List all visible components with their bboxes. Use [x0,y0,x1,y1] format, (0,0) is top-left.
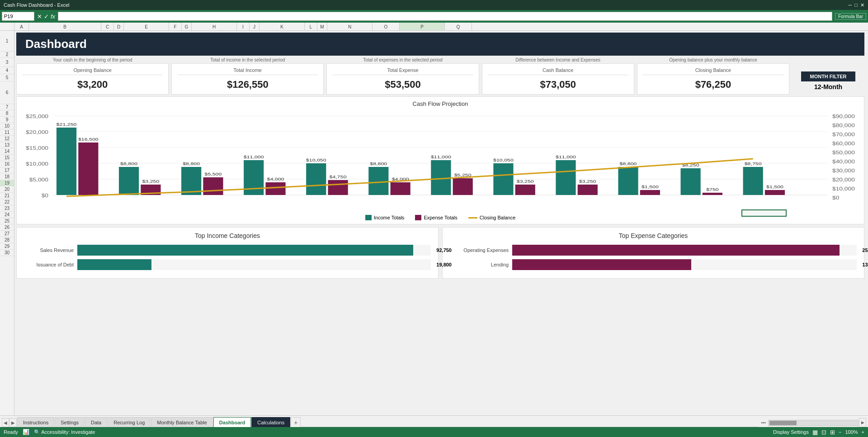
svg-rect-66 [743,167,763,195]
tab-data[interactable]: Data [85,417,107,427]
col-Q[interactable]: Q [445,23,472,31]
row-28[interactable]: 28 [0,237,14,243]
col-J[interactable]: J [250,23,259,31]
zoom-in-btn[interactable]: + [862,429,864,435]
kpi-expense-value: $53,500 [332,79,473,90]
row-3[interactable]: 3 [0,58,14,67]
tab-settings[interactable]: Settings [55,417,85,427]
row-21[interactable]: 21 [0,193,14,199]
add-sheet-button[interactable]: + [291,417,301,427]
tab-calculations[interactable]: Calculations [251,417,290,427]
row-6[interactable]: 6 [0,81,14,104]
row-27[interactable]: 27 [0,231,14,237]
tab-options[interactable]: ••• [759,418,768,427]
col-F[interactable]: F [169,23,182,31]
row-22[interactable]: 22 [0,199,14,205]
svg-rect-52 [515,185,535,195]
row-8[interactable]: 8 [0,110,14,117]
row-11[interactable]: 11 [0,129,14,136]
scroll-left-tabs[interactable]: ◀ [2,418,9,427]
row-23[interactable]: 23 [0,205,14,212]
tab-monthly-balance-table[interactable]: Monthly Balance Table [151,417,212,427]
row-7[interactable]: 7 [0,104,14,110]
legend-income: Income Totals [365,215,405,220]
row-26[interactable]: 26 [0,224,14,231]
row-18[interactable]: 18 [0,174,14,180]
row-13[interactable]: 13 [0,142,14,148]
row-15[interactable]: 15 [0,155,14,161]
close-btn[interactable]: ✕ [860,2,864,8]
kpi-opening-balance: Opening Balance $3,200 [16,63,169,95]
row-24[interactable]: 24 [0,212,14,218]
page-layout-icon[interactable]: ⊡ [821,429,826,436]
income-categories-chart: Top Income Categories Sales Revenue 92,7… [16,227,439,279]
col-B[interactable]: B [29,23,101,31]
row-19[interactable]: 19 [0,180,14,186]
row-20[interactable]: 20 [0,186,14,193]
svg-rect-68 [765,190,785,195]
col-A[interactable]: A [14,23,29,31]
minimize-btn[interactable]: ─ [849,2,852,8]
col-G[interactable]: G [182,23,192,31]
svg-text:$5,000: $5,000 [29,177,49,183]
confirm-icon[interactable]: ✓ [44,13,49,20]
svg-text:$1,500: $1,500 [766,185,783,189]
row-5[interactable]: 5 [0,74,14,81]
row-17[interactable]: 17 [0,167,14,174]
tab-dashboard[interactable]: Dashboard [213,417,251,427]
row-10[interactable]: 10 [0,123,14,129]
row-9[interactable]: 9 [0,117,14,123]
formula-bar-label: Formula Bar [835,13,866,20]
row-14[interactable]: 14 [0,148,14,155]
row-4[interactable]: 4 [0,67,14,74]
cancel-icon[interactable]: ✕ [37,13,42,20]
formula-icon[interactable]: fx [51,13,55,20]
maximize-btn[interactable]: □ [854,2,858,8]
row-16[interactable]: 16 [0,161,14,167]
row-29[interactable]: 29 [0,243,14,250]
col-N[interactable]: N [327,23,373,31]
row-25[interactable]: 25 [0,218,14,224]
col-C[interactable]: C [101,23,114,31]
zoom-out-btn[interactable]: − [839,429,841,435]
svg-text:$11,000: $11,000 [556,155,576,159]
svg-rect-54 [556,160,576,195]
income-label-sales: Sales Revenue [24,247,74,253]
col-M[interactable]: M [317,23,327,31]
col-E[interactable]: E [124,23,169,31]
tab-recurring-log[interactable]: Recurring Log [108,417,151,427]
kpi-income-value: $126,550 [177,79,318,90]
col-K[interactable]: K [259,23,305,31]
desc-cash: Difference between Income and Expenses [482,57,634,62]
col-O[interactable]: O [373,23,400,31]
col-P[interactable]: P [400,23,445,31]
horizontal-scrollbar[interactable] [768,420,859,426]
scroll-right-btn[interactable]: ▶ [859,418,866,427]
name-box[interactable]: P19 [2,12,34,21]
legend-closing: Closing Balance [468,215,516,220]
legend-expense: Expense Totals [415,215,457,220]
row-12[interactable]: 12 [0,136,14,142]
kpi-opening-label: Opening Balance [22,67,163,75]
col-H[interactable]: H [192,23,237,31]
month-filter-button[interactable]: MONTH FILTER [801,71,855,81]
row-headers: 1 2 3 4 5 6 7 8 9 10 11 12 13 14 15 16 1… [0,31,14,415]
svg-text:$21,250: $21,250 [57,122,77,127]
display-settings[interactable]: Display Settings [773,429,809,435]
row-1[interactable]: 1 [0,31,14,52]
page-break-icon[interactable]: ⊞ [830,429,835,436]
row-2[interactable]: 2 [0,52,14,58]
sheet-icon: 📊 [23,429,29,435]
scroll-right-tabs[interactable]: ▶ [9,418,17,427]
tab-instructions[interactable]: Instructions [17,417,54,427]
col-D[interactable]: D [114,23,124,31]
normal-view-icon[interactable]: ▦ [812,429,818,436]
dashboard-header: Dashboard [16,33,864,56]
row-30[interactable]: 30 [0,250,14,256]
col-I[interactable]: I [237,23,250,31]
income-chart-title: Top Income Categories [24,232,431,239]
formula-bar[interactable]: | [58,12,832,21]
ready-status: Ready [4,429,18,435]
svg-text:$4,000: $4,000 [267,177,284,181]
col-L[interactable]: L [305,23,317,31]
